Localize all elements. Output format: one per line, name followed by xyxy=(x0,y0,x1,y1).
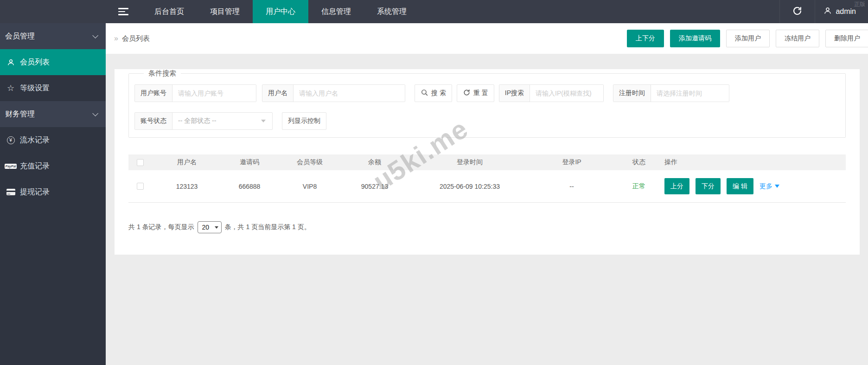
sidebar-item-member-list[interactable]: 会员列表 xyxy=(0,49,106,75)
ip-label: IP搜索 xyxy=(499,85,530,102)
row-checkbox[interactable] xyxy=(137,183,144,190)
sidebar-item-flow-records[interactable]: ¥ 流水记录 xyxy=(0,127,106,153)
select-caret-icon xyxy=(261,120,266,122)
header-actions: 上下分 添加邀请码 添加用户 冻结用户 删除用户 xyxy=(627,30,868,47)
top-nav: 后台首页 项目管理 用户中心 信息管理 系统管理 xyxy=(0,0,868,23)
col-header-username: 用户名 xyxy=(154,158,219,166)
yen-circle-icon: ¥ xyxy=(6,136,15,144)
cell-login-ip: -- xyxy=(530,183,613,190)
reset-icon xyxy=(463,89,471,98)
cell-level: VIP8 xyxy=(280,183,340,190)
cell-login-time: 2025-06-09 10:25:33 xyxy=(409,183,530,190)
pagination-suffix: 条，共 1 页当前显示第 1 页。 xyxy=(225,223,311,231)
username-input-group: 用户名 xyxy=(262,84,405,102)
username-input[interactable] xyxy=(294,85,405,102)
page-header: » 会员列表 上下分 添加邀请码 添加用户 冻结用户 删除用户 xyxy=(106,23,868,54)
star-icon: ☆ xyxy=(6,84,15,92)
account-label: 用户账号 xyxy=(135,85,172,102)
col-header-actions: 操作 xyxy=(664,158,846,166)
sidebar-item-level-settings[interactable]: ☆ 等级设置 xyxy=(0,75,106,101)
col-header-balance: 余额 xyxy=(340,158,409,166)
status-label: 账号状态 xyxy=(135,113,172,129)
chevron-down-icon xyxy=(92,110,98,116)
username-label: 用户名 xyxy=(262,85,294,102)
search-button[interactable]: 搜 索 xyxy=(415,84,452,102)
username-label: admin xyxy=(836,7,856,16)
col-header-invite-code: 邀请码 xyxy=(219,158,280,166)
sidebar-item-label: 提现记录 xyxy=(20,187,50,197)
col-header-level: 会员等级 xyxy=(280,158,340,166)
nav-tab-system[interactable]: 系统管理 xyxy=(364,0,420,23)
content-panel: 条件搜索 用户账号 用户名 xyxy=(115,69,860,255)
refresh-icon xyxy=(792,6,802,18)
breadcrumb: » 会员列表 xyxy=(114,34,150,43)
refresh-button[interactable] xyxy=(779,0,815,23)
regtime-input[interactable] xyxy=(651,85,729,102)
sidebar-item-withdraw-records[interactable]: 提现记录 xyxy=(0,179,106,205)
per-page-select[interactable]: 20 xyxy=(198,221,222,233)
col-header-login-time: 登录时间 xyxy=(409,158,530,166)
sidebar: 会员管理 会员列表 ☆ 等级设置 财务管理 xyxy=(0,23,106,365)
bank-card-icon xyxy=(6,189,15,195)
breadcrumb-arrows-icon: » xyxy=(114,34,118,43)
search-legend: 条件搜索 xyxy=(144,69,181,78)
ip-input[interactable] xyxy=(530,85,603,102)
cell-balance: 90527.13 xyxy=(340,183,409,190)
add-score-button[interactable]: 上分 xyxy=(664,178,689,194)
cell-username: 123123 xyxy=(154,183,219,190)
app-root: 后台首页 项目管理 用户中心 信息管理 系统管理 xyxy=(0,0,868,365)
group-label: 会员管理 xyxy=(5,32,35,41)
table-row: 123123 666888 VIP8 90527.13 2025-06-09 1… xyxy=(128,170,846,203)
add-invite-code-button[interactable]: 添加邀请码 xyxy=(670,30,720,47)
table-header-row: 用户名 邀请码 会员等级 余额 登录时间 登录IP 状态 操作 xyxy=(128,154,846,170)
col-header-status: 状态 xyxy=(613,158,664,166)
regtime-label: 注册时间 xyxy=(613,85,651,102)
search-row-1: 用户账号 用户名 xyxy=(134,84,841,102)
freeze-user-button[interactable]: 冻结用户 xyxy=(776,30,819,47)
user-icon xyxy=(6,58,15,66)
caret-down-icon xyxy=(775,185,779,188)
more-dropdown[interactable]: 更多 xyxy=(760,182,779,191)
menu-toggle-icon[interactable] xyxy=(118,8,128,15)
user-menu[interactable]: admin xyxy=(815,0,868,23)
user-icon xyxy=(823,6,832,17)
status-select[interactable]: -- 全部状态 -- xyxy=(172,113,272,129)
reset-button[interactable]: 重 置 xyxy=(457,84,494,102)
edit-button[interactable]: 编 辑 xyxy=(727,178,753,194)
sidebar-item-label: 等级设置 xyxy=(20,83,50,93)
select-all-checkbox[interactable] xyxy=(137,159,144,166)
nav-tab-home[interactable]: 后台首页 xyxy=(141,0,197,23)
search-fieldset: 条件搜索 用户账号 用户名 xyxy=(128,69,846,138)
add-user-button[interactable]: 添加用户 xyxy=(726,30,770,47)
col-header-login-ip: 登录IP xyxy=(530,158,613,166)
account-input-group: 用户账号 xyxy=(134,84,256,102)
sidebar-item-recharge-records[interactable]: PayPal 充值记录 xyxy=(0,153,106,179)
sidebar-item-label: 会员列表 xyxy=(20,58,50,67)
chevron-down-icon xyxy=(92,32,98,38)
nav-tabs: 后台首页 项目管理 用户中心 信息管理 系统管理 xyxy=(141,0,420,23)
search-row-2: 账号状态 -- 全部状态 -- 列显示控制 xyxy=(134,112,841,130)
nav-tab-user-center[interactable]: 用户中心 xyxy=(253,0,308,23)
member-table: 用户名 邀请码 会员等级 余额 登录时间 登录IP 状态 操作 123123 6… xyxy=(128,154,846,203)
status-select-group: 账号状态 -- 全部状态 -- xyxy=(134,112,273,130)
account-input[interactable] xyxy=(172,85,256,102)
sidebar-item-label: 流水记录 xyxy=(20,135,50,145)
sidebar-group-finance-management[interactable]: 财务管理 xyxy=(0,101,106,127)
paypal-icon: PayPal xyxy=(6,164,15,169)
pagination: 共 1 条记录，每页显示 20 条，共 1 页当前显示第 1 页。 xyxy=(128,221,846,233)
select-caret-icon xyxy=(215,226,218,229)
sidebar-group-member-management[interactable]: 会员管理 xyxy=(0,23,106,49)
row-actions: 上分 下分 编 辑 更多 xyxy=(664,178,779,194)
column-control-button[interactable]: 列显示控制 xyxy=(282,112,326,130)
nav-tab-messages[interactable]: 信息管理 xyxy=(308,0,364,23)
delete-user-button[interactable]: 删除用户 xyxy=(825,30,868,47)
nav-right: admin xyxy=(779,0,868,23)
score-updown-button[interactable]: 上下分 xyxy=(627,30,664,47)
page-title: 会员列表 xyxy=(122,34,150,43)
regtime-input-group: 注册时间 xyxy=(613,84,729,102)
main-content: » 会员列表 上下分 添加邀请码 添加用户 冻结用户 删除用户 条件搜索 用户 xyxy=(106,23,868,365)
nav-tab-projects[interactable]: 项目管理 xyxy=(197,0,253,23)
cell-invite-code: 666888 xyxy=(219,183,280,190)
search-icon xyxy=(421,89,428,98)
sub-score-button[interactable]: 下分 xyxy=(696,178,721,194)
